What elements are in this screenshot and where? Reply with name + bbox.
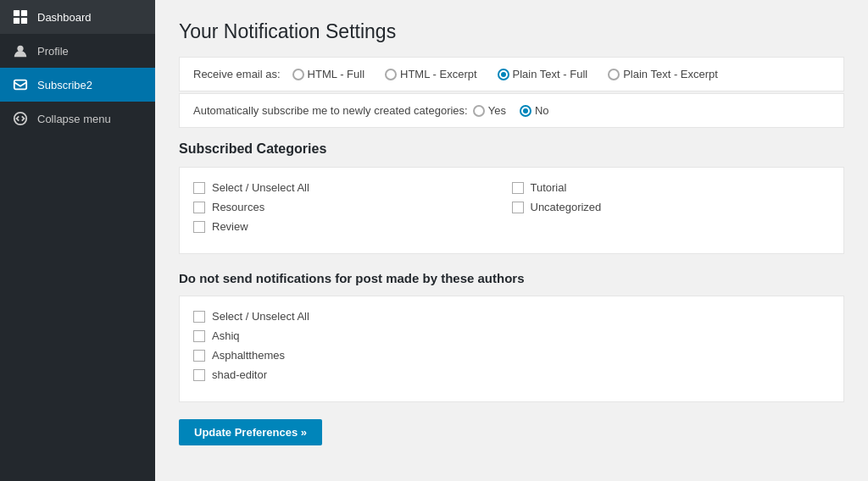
svg-rect-3 xyxy=(21,18,27,24)
cat-review-item: Review xyxy=(193,220,512,233)
cat-tutorial-checkbox[interactable] xyxy=(512,182,524,194)
html-excerpt-radio[interactable] xyxy=(385,69,397,80)
svg-rect-2 xyxy=(14,18,19,24)
sidebar-item-dashboard[interactable]: Dashboard xyxy=(0,0,155,34)
sidebar-item-subscribe2-label: Subscribe2 xyxy=(37,79,92,91)
plain-excerpt-label[interactable]: Plain Text - Excerpt xyxy=(623,68,718,80)
sidebar-item-profile-label: Profile xyxy=(37,45,69,58)
auth-ashiq-label[interactable]: Ashiq xyxy=(212,329,240,342)
auth-asphaltthemes-label[interactable]: Asphaltthemes xyxy=(212,349,285,362)
auto-yes-group: Yes xyxy=(473,104,506,117)
auto-no-label[interactable]: No xyxy=(535,104,549,117)
main-content: Your Notification Settings Receive email… xyxy=(155,0,868,481)
auto-subscribe-row: Automatically subscribe me to newly crea… xyxy=(179,93,844,128)
categories-right-col: Tutorial Uncategorized xyxy=(512,181,831,240)
radio-html-full: HTML - Full xyxy=(292,68,371,80)
auto-subscribe-label: Automatically subscribe me to newly crea… xyxy=(193,104,468,117)
radio-plain-full: Plain Text - Full xyxy=(498,68,595,80)
categories-section-title: Subscribed Categories xyxy=(179,141,844,157)
cat-tutorial-label[interactable]: Tutorial xyxy=(531,181,567,194)
radio-plain-excerpt: Plain Text - Excerpt xyxy=(608,68,725,80)
auth-select-all-checkbox[interactable] xyxy=(193,311,205,323)
auto-yes-label[interactable]: Yes xyxy=(488,104,506,117)
auth-asphaltthemes-checkbox[interactable] xyxy=(193,350,205,362)
svg-rect-1 xyxy=(21,10,27,16)
cat-resources-item: Resources xyxy=(193,201,512,213)
profile-icon xyxy=(12,42,29,59)
cat-review-checkbox[interactable] xyxy=(193,221,205,233)
auto-yes-radio[interactable] xyxy=(473,105,485,117)
subscribe2-icon xyxy=(12,76,29,93)
auto-no-group: No xyxy=(520,104,549,117)
sidebar-item-collapse-label: Collapse menu xyxy=(37,113,111,125)
page-title: Your Notification Settings xyxy=(179,20,844,43)
plain-excerpt-radio[interactable] xyxy=(608,69,620,80)
auth-asphaltthemes-item: Asphaltthemes xyxy=(193,349,830,362)
auth-select-all-item: Select / Unselect All xyxy=(193,310,830,323)
html-full-radio[interactable] xyxy=(292,69,304,80)
authors-section-title: Do not send notifications for post made … xyxy=(179,271,844,285)
svg-rect-0 xyxy=(14,10,19,16)
sidebar: Dashboard Profile Subscribe2 Collapse me… xyxy=(0,0,155,481)
sidebar-item-subscribe2[interactable]: Subscribe2 xyxy=(0,68,155,102)
auth-ashiq-checkbox[interactable] xyxy=(193,330,205,342)
svg-rect-5 xyxy=(14,80,26,90)
cat-uncategorized-checkbox[interactable] xyxy=(512,202,524,213)
dashboard-icon xyxy=(12,8,29,25)
cat-resources-label[interactable]: Resources xyxy=(212,201,264,213)
cat-select-all-label[interactable]: Select / Unselect All xyxy=(212,181,309,194)
auth-shad-editor-checkbox[interactable] xyxy=(193,369,205,381)
sidebar-item-dashboard-label: Dashboard xyxy=(37,11,92,24)
html-excerpt-label[interactable]: HTML - Excerpt xyxy=(400,68,477,80)
cat-resources-checkbox[interactable] xyxy=(193,202,205,213)
categories-section: Select / Unselect All Resources Review T… xyxy=(179,167,844,254)
plain-full-label[interactable]: Plain Text - Full xyxy=(513,68,588,80)
html-full-label[interactable]: HTML - Full xyxy=(308,68,364,80)
cat-review-label[interactable]: Review xyxy=(212,220,248,233)
svg-point-4 xyxy=(17,46,23,52)
cat-uncategorized-label[interactable]: Uncategorized xyxy=(531,201,602,213)
auth-select-all-label[interactable]: Select / Unselect All xyxy=(212,310,309,323)
email-format-label: Receive email as: xyxy=(193,68,281,80)
sidebar-item-collapse-menu[interactable]: Collapse menu xyxy=(0,102,155,135)
email-format-row: Receive email as: HTML - Full HTML - Exc… xyxy=(179,57,844,91)
categories-grid: Select / Unselect All Resources Review T… xyxy=(193,181,830,240)
cat-uncategorized-item: Uncategorized xyxy=(512,201,831,213)
categories-left-col: Select / Unselect All Resources Review xyxy=(193,181,512,240)
collapse-icon xyxy=(12,110,29,127)
plain-full-radio[interactable] xyxy=(498,69,509,80)
auto-no-radio[interactable] xyxy=(520,105,531,117)
cat-select-all-checkbox[interactable] xyxy=(193,182,205,194)
cat-select-all-item: Select / Unselect All xyxy=(193,181,512,194)
update-preferences-button[interactable]: Update Preferences » xyxy=(179,419,322,445)
radio-html-excerpt: HTML - Excerpt xyxy=(385,68,484,80)
sidebar-item-profile[interactable]: Profile xyxy=(0,34,155,68)
cat-tutorial-item: Tutorial xyxy=(512,181,831,194)
auth-shad-editor-item: shad-editor xyxy=(193,368,830,381)
authors-section: Select / Unselect All Ashiq Asphalttheme… xyxy=(179,296,844,402)
auth-shad-editor-label[interactable]: shad-editor xyxy=(212,368,267,381)
auth-ashiq-item: Ashiq xyxy=(193,329,830,342)
